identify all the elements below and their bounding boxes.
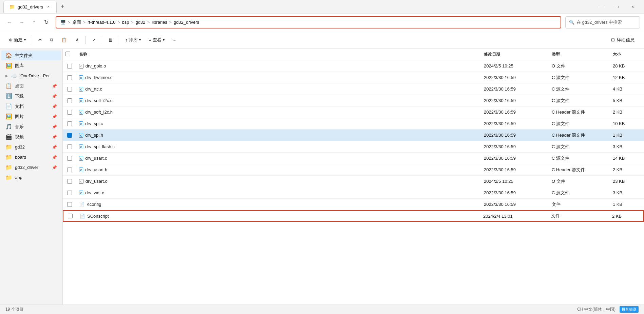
table-row[interactable]: c drv_usart.h2022/3/30 16:59C Header 源文件…: [63, 164, 644, 176]
table-row[interactable]: 📄 Kconfig2022/3/30 16:59文件1 KB: [63, 199, 644, 210]
pin-icon-7: 📌: [52, 124, 57, 129]
sidebar-item-10[interactable]: 📁board📌: [1, 152, 61, 162]
sort-button[interactable]: ↕ 排序 ▾: [122, 35, 144, 45]
forward-button[interactable]: →: [16, 17, 27, 28]
table-row[interactable]: c drv_soft_i2c.c2022/3/30 16:59C 源文件5 KB: [63, 95, 644, 106]
file-icon-11: c drv_wdt.c: [79, 190, 104, 195]
row-checkbox-2[interactable]: [67, 87, 72, 92]
table-row[interactable]: c drv_spi_flash.c2022/3/30 16:59C 源文件3 K…: [63, 141, 644, 153]
table-row[interactable]: c drv_soft_i2c.h2022/3/30 16:59C Header …: [63, 106, 644, 118]
view-button[interactable]: ≡ 查看 ▾: [146, 35, 168, 45]
row-checkbox-7[interactable]: [67, 144, 72, 149]
row-checkbox-13[interactable]: [68, 214, 73, 218]
sidebar-item-7[interactable]: 🎵音乐📌: [1, 122, 61, 132]
sidebar-item-6[interactable]: 🖼️图片📌: [1, 112, 61, 121]
title-bar: 📁 gd32_drivers × + — □ ×: [0, 0, 644, 14]
header-name-col[interactable]: 名称 ↑: [76, 50, 481, 59]
table-row[interactable]: ○ drv_gpio.o2024/2/5 10:25O 文件28 KB: [63, 60, 644, 72]
header-modified-col[interactable]: 修改日期: [481, 50, 549, 59]
share-button[interactable]: ↗: [89, 35, 99, 44]
sidebar-item-1[interactable]: 🖼️图库: [1, 61, 61, 71]
row-checkbox-9[interactable]: [67, 168, 72, 172]
address-desktop[interactable]: 桌面: [72, 19, 81, 25]
table-row[interactable]: c drv_spi.c2022/3/30 16:59C 源文件10 KB: [63, 118, 644, 130]
sidebar-item-3[interactable]: 📋桌面📌: [1, 81, 61, 91]
sidebar-item-12[interactable]: 📁app: [1, 173, 61, 182]
delete-button[interactable]: 🗑: [105, 35, 116, 44]
copy-button[interactable]: ⧉: [47, 35, 57, 45]
refresh-button[interactable]: ↻: [41, 17, 52, 28]
header-type-col[interactable]: 类型: [549, 50, 610, 59]
up-button[interactable]: ↑: [29, 17, 39, 28]
row-type-col-12: 文件: [549, 201, 610, 208]
sidebar-item-8[interactable]: 🎬视频📌: [1, 132, 61, 142]
table-row[interactable]: c drv_wdt.c2022/3/30 16:59C 源文件3 KB: [63, 187, 644, 199]
sidebar-item-0[interactable]: 🏠主文件夹: [1, 51, 61, 60]
row-checkbox-10[interactable]: [67, 179, 72, 184]
sidebar-item-icon-8: 🎬: [5, 134, 12, 140]
paste-button[interactable]: 📋: [58, 35, 70, 44]
minimize-button[interactable]: —: [594, 0, 609, 14]
tab-close-button[interactable]: ×: [46, 4, 51, 10]
table-row[interactable]: c drv_spi.h2022/3/30 16:59C Header 源文件1 …: [63, 130, 644, 141]
row-checkbox-12[interactable]: [67, 202, 72, 207]
row-checkbox-4[interactable]: [67, 110, 72, 115]
address-rtthread[interactable]: rt-thread-4.1.0: [88, 20, 115, 25]
sidebar-item-2[interactable]: ▶☁️OneDrive - Per: [1, 71, 61, 81]
row-checkbox-8[interactable]: [67, 156, 72, 161]
row-name-col-10: ○ drv_usart.o: [76, 179, 481, 184]
row-modified-col-8: 2022/3/30 16:59: [481, 156, 549, 161]
row-name-col-6: c drv_spi.h: [76, 133, 481, 138]
row-checkbox-0[interactable]: [67, 64, 72, 68]
file-count: 19 个项目: [5, 307, 23, 312]
sidebar-item-label-11: gd32_driver: [15, 165, 38, 170]
row-checkbox-6[interactable]: [67, 133, 72, 138]
address-gd32drivers[interactable]: gd32_drivers: [174, 20, 199, 25]
address-bsp[interactable]: bsp: [122, 20, 129, 25]
row-name-col-1: c drv_hwtimer.c: [76, 75, 481, 80]
row-checkbox-col-10: [63, 179, 76, 184]
sidebar-item-label-8: 视频: [15, 134, 24, 140]
view-chevron-icon: ▾: [163, 38, 165, 42]
pin-icon-6: 📌: [52, 114, 57, 119]
address-gd32[interactable]: gd32: [135, 20, 145, 25]
row-checkbox-1[interactable]: [67, 75, 72, 80]
table-row[interactable]: c drv_hwtimer.c2022/3/30 16:59C 源文件12 KB: [63, 72, 644, 83]
search-bar[interactable]: 🔍 在 gd32_drivers 中搜索: [565, 16, 640, 28]
table-row[interactable]: 📄 SConscript2024/2/4 13:01文件2 KB: [63, 210, 644, 222]
sidebar-item-11[interactable]: 📁gd32_driver📌: [1, 162, 61, 172]
new-tab-button[interactable]: +: [58, 3, 67, 10]
paste-icon: 📋: [61, 37, 67, 42]
row-checkbox-5[interactable]: [67, 121, 72, 126]
select-all-checkbox[interactable]: [65, 52, 70, 56]
new-button[interactable]: ⊕ 新建 ▾: [5, 35, 29, 45]
table-row[interactable]: c drv_usart.c2022/3/30 16:59C 源文件14 KB: [63, 153, 644, 164]
rename-button[interactable]: Ａ: [72, 35, 83, 45]
address-bar[interactable]: 🖥️ > 桌面 > rt-thread-4.1.0 > bsp > gd32 >…: [56, 16, 561, 28]
sidebar-item-5[interactable]: 📄文档📌: [1, 101, 61, 111]
maximize-button[interactable]: □: [609, 0, 625, 14]
header-size-col[interactable]: 大小: [610, 50, 644, 59]
row-checkbox-3[interactable]: [67, 98, 72, 103]
more-icon: ···: [173, 37, 176, 42]
cut-button[interactable]: ✂: [35, 35, 45, 44]
back-button[interactable]: ←: [4, 17, 15, 28]
row-type-col-11: C 源文件: [549, 190, 610, 196]
close-window-button[interactable]: ×: [625, 0, 641, 14]
address-libraries[interactable]: libraries: [152, 20, 167, 25]
sidebar-item-label-3: 桌面: [15, 83, 24, 89]
table-row[interactable]: ○ drv_usart.o2024/2/5 10:25O 文件23 KB: [63, 176, 644, 187]
row-type-col-2: C 源文件: [549, 86, 610, 92]
tab-folder-icon: 📁: [9, 4, 15, 9]
more-button[interactable]: ···: [169, 35, 180, 44]
row-checkbox-col-12: [63, 202, 76, 207]
row-type-col-4: C Header 源文件: [549, 109, 610, 115]
status-right: CH 中文(简体，中国) 拼音描摹: [577, 306, 639, 313]
sidebar-item-4[interactable]: ⬇️下载📌: [1, 91, 61, 101]
details-button[interactable]: ⊟ 详细信息: [607, 35, 639, 45]
active-tab[interactable]: 📁 gd32_drivers ×: [3, 1, 57, 13]
row-checkbox-11[interactable]: [67, 191, 72, 195]
sidebar-item-9[interactable]: 📁gd32📌: [1, 142, 61, 152]
table-row[interactable]: c drv_rtc.c2022/3/30 16:59C 源文件4 KB: [63, 83, 644, 95]
sort-arrow-icon: ↑: [88, 53, 90, 56]
